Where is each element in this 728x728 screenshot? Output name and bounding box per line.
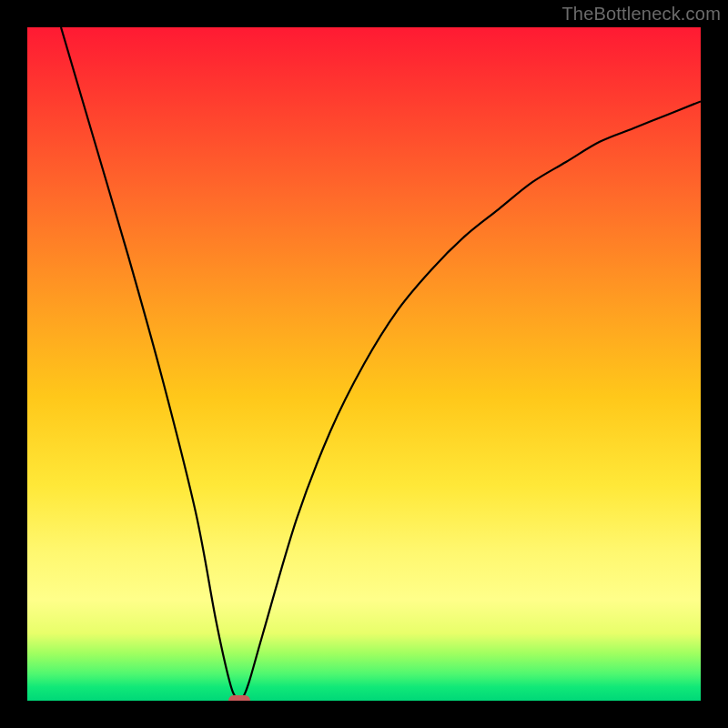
watermark-text: TheBottleneck.com (561, 4, 721, 25)
bottleneck-curve (27, 27, 701, 701)
optimal-point-marker (228, 695, 250, 701)
plot-area (27, 27, 701, 701)
chart-frame: TheBottleneck.com (0, 0, 728, 728)
